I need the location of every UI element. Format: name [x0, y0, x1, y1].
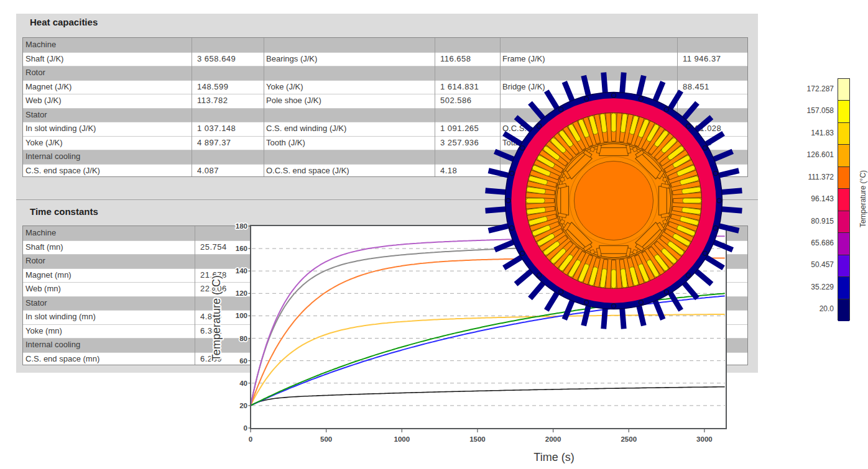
bolt-hole	[717, 198, 721, 203]
legend-value: 96.143	[788, 194, 834, 203]
legend-value: 141.83	[788, 129, 834, 137]
bolt-hole	[510, 225, 514, 230]
legend-title: Temperature (°C)	[859, 162, 867, 236]
bolt-hole	[537, 124, 542, 129]
shaft	[574, 161, 653, 240]
bolt-hole	[664, 289, 668, 294]
bolt-hole	[713, 171, 718, 176]
bolt-hole	[611, 304, 616, 308]
legend-band	[838, 166, 849, 189]
bolt-hole	[537, 273, 542, 277]
bolt-hole	[703, 251, 707, 255]
magnet	[658, 186, 667, 215]
legend-band	[838, 144, 849, 166]
legend-band	[838, 79, 849, 101]
bolt-hole	[639, 300, 643, 304]
bolt-hole	[506, 198, 510, 203]
magnet	[599, 148, 628, 156]
bolt-hole	[520, 251, 525, 255]
legend-band	[838, 122, 849, 145]
legend-value: 35.229	[788, 283, 834, 291]
bolt-hole	[611, 93, 616, 98]
color-scale-bar	[838, 78, 850, 321]
legend-band	[838, 299, 849, 321]
bolt-hole	[703, 146, 707, 150]
bolt-hole	[559, 107, 563, 112]
stator-slot	[526, 198, 545, 203]
bolt-hole	[664, 107, 668, 112]
magnet	[561, 186, 569, 215]
legend-band	[838, 276, 849, 299]
legend-value: 111.372	[788, 173, 834, 181]
legend-value: 65.686	[788, 239, 834, 247]
legend-band	[838, 232, 849, 255]
bolt-hole	[686, 124, 690, 129]
stator-slot	[611, 270, 616, 288]
legend-value: 157.058	[788, 106, 834, 115]
legend-band	[838, 188, 849, 211]
bolt-hole	[639, 97, 643, 101]
magnet	[599, 245, 628, 253]
legend-value: 50.457	[788, 260, 834, 269]
legend-value: 20.0	[788, 304, 834, 313]
legend-value: 80.915	[788, 217, 834, 225]
bolt-hole	[510, 171, 514, 176]
bolt-hole	[520, 146, 525, 150]
stator-slot	[611, 113, 616, 132]
stator-slot	[683, 198, 701, 203]
bolt-hole	[713, 225, 718, 230]
bolt-hole	[686, 273, 690, 277]
legend-band	[838, 211, 849, 233]
legend-band	[838, 255, 849, 277]
bolt-hole	[584, 97, 589, 101]
bolt-hole	[584, 300, 589, 304]
legend-value: 126.601	[788, 150, 834, 159]
bolt-hole	[559, 289, 563, 294]
legend-value: 172.287	[788, 84, 834, 93]
legend-band	[838, 100, 849, 122]
motor-cross-section	[0, 0, 868, 469]
